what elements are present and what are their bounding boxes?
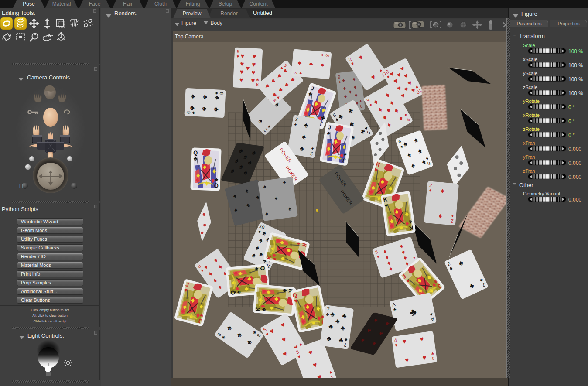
svg-text:♣: ♣ [190, 94, 198, 99]
svg-text:♣: ♣ [214, 177, 219, 183]
svg-text:♦: ♦ [308, 62, 315, 66]
svg-text:♦: ♦ [441, 187, 445, 195]
svg-text:♣: ♣ [202, 95, 209, 99]
svg-text:♠: ♠ [235, 290, 242, 294]
svg-text:♠: ♠ [253, 267, 260, 270]
svg-text:9: 9 [237, 49, 240, 54]
svg-text:♦: ♦ [451, 214, 454, 219]
svg-text:♣: ♣ [193, 155, 198, 161]
svg-text:♦: ♦ [296, 61, 304, 65]
svg-text:♥: ♥ [240, 52, 245, 59]
svg-text:♥: ♥ [239, 68, 244, 75]
svg-text:♦: ♦ [319, 63, 327, 67]
svg-text:♥: ♥ [251, 68, 256, 76]
svg-text:♥: ♥ [239, 76, 243, 83]
svg-text:♥: ♥ [246, 64, 250, 72]
svg-text:[ ]: [ ] [19, 183, 23, 188]
svg-text:♥: ♥ [251, 76, 255, 84]
svg-text:♣: ♣ [213, 107, 221, 112]
svg-text:2: 2 [429, 182, 432, 188]
svg-text:2: 2 [451, 219, 454, 224]
svg-text:♥: ♥ [252, 52, 256, 60]
svg-text:♥: ♥ [252, 61, 256, 68]
svg-text:3: 3 [325, 54, 330, 57]
svg-text:♥: ♥ [236, 54, 239, 59]
svg-text:♣: ♣ [191, 111, 196, 115]
svg-text:♥: ♥ [256, 77, 259, 82]
svg-text:♣: ♣ [189, 106, 197, 111]
svg-text:♦: ♦ [438, 212, 443, 220]
svg-text:3: 3 [293, 71, 298, 74]
svg-text:♦: ♦ [320, 54, 325, 56]
svg-text:♥: ♥ [240, 60, 244, 67]
svg-text:♦: ♦ [298, 72, 303, 75]
svg-text:Top Camera: Top Camera [175, 34, 204, 40]
svg-text:♣: ♣ [214, 96, 222, 100]
svg-text:♣: ♣ [214, 92, 219, 95]
svg-text:6: 6 [219, 92, 224, 95]
svg-text:9: 9 [256, 82, 259, 87]
svg-text:6: 6 [186, 111, 191, 114]
svg-text:♣: ♣ [201, 106, 209, 111]
svg-text:♦: ♦ [429, 188, 431, 192]
